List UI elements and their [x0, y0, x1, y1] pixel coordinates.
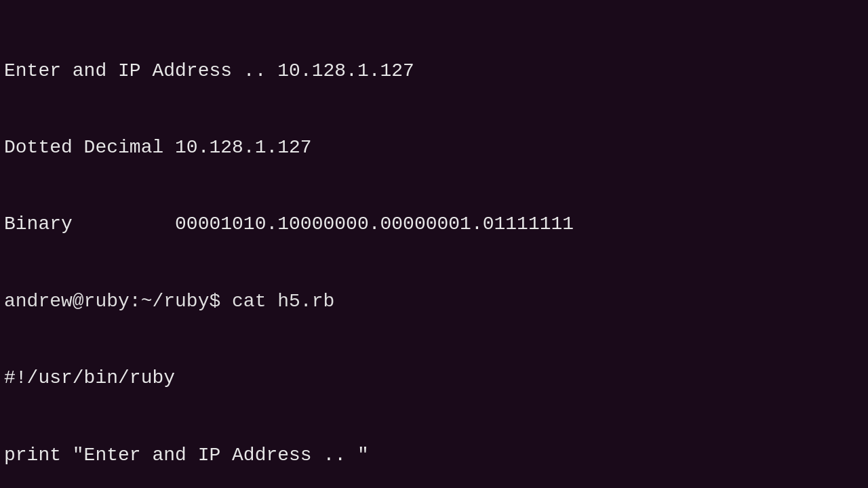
terminal-line-3: Binary 00001010.10000000.00000001.011111…: [4, 211, 864, 237]
terminal[interactable]: Enter and IP Address .. 10.128.1.127 Dot…: [0, 0, 868, 488]
terminal-line-5: #!/usr/bin/ruby: [4, 365, 864, 391]
terminal-line-1: Enter and IP Address .. 10.128.1.127: [4, 58, 864, 84]
terminal-line-2: Dotted Decimal 10.128.1.127: [4, 135, 864, 161]
terminal-line-6: print "Enter and IP Address .. ": [4, 443, 864, 468]
terminal-line-4: andrew@ruby:~/ruby$ cat h5.rb: [4, 289, 864, 314]
